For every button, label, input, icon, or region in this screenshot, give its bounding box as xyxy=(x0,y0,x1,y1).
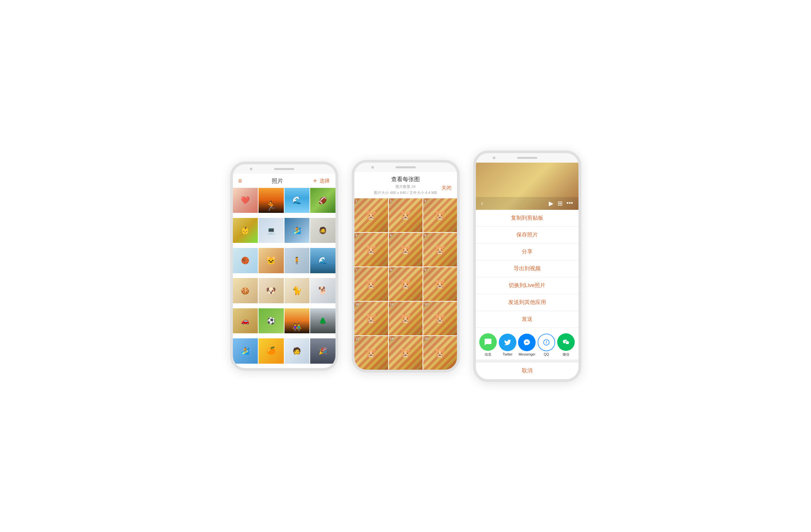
camera-dot-3 xyxy=(493,157,495,159)
camera-dot xyxy=(250,168,253,170)
photo-cell[interactable]: 🍊 xyxy=(259,338,284,364)
cancel-button[interactable]: 取消 xyxy=(476,363,579,379)
add-icon[interactable]: + xyxy=(313,177,317,185)
messenger-label: Messenger xyxy=(519,353,535,356)
image-cell[interactable]: 11 🐹 xyxy=(389,301,423,335)
menu-item-share[interactable]: 分享 xyxy=(476,244,579,261)
photo-cell[interactable]: 🐶 xyxy=(259,278,284,303)
phone-top-bar-2 xyxy=(354,162,457,172)
twitter-label: Twitter xyxy=(503,353,512,356)
viewer-meta-size: 图片大小 480 x 640 / 文件大小 4.4 MB xyxy=(374,190,437,195)
phone-share: ‹ ▶ ⊞ ••• 复制到剪贴板 保存照片 分享 导出到视频 切换到Live照片… xyxy=(473,151,581,382)
share-qq[interactable]: QQ xyxy=(538,334,555,356)
photo-cell[interactable]: 🏄 xyxy=(233,338,258,364)
photo-cell[interactable]: 💻 xyxy=(259,218,284,243)
photo-cell[interactable]: 🏃 xyxy=(259,188,284,213)
twitter-icon-circle xyxy=(499,334,516,351)
share-content: ‹ ▶ ⊞ ••• 复制到剪贴板 保存照片 分享 导出到视频 切换到Live照片… xyxy=(476,162,579,379)
share-nav: ‹ ▶ ⊞ ••• xyxy=(476,197,579,210)
photo-cell[interactable]: 🧍 xyxy=(285,248,310,273)
play-icon[interactable]: ▶ xyxy=(549,200,553,207)
share-messages[interactable]: 信息 xyxy=(479,333,497,357)
image-grid: 1 🐹 2 🐹 3 🐹 4 🐹 5 🐹 xyxy=(354,198,457,370)
photo-cell[interactable]: 🧑 xyxy=(285,338,310,364)
photo-cell[interactable]: 🏀 xyxy=(233,248,258,273)
phone-gallery: ≡ 照片 + 选择 ❤️ 🏃 🌊 xyxy=(230,161,338,371)
image-cell[interactable]: 5 🐹 xyxy=(389,233,423,266)
menu-item-copy[interactable]: 复制到剪贴板 xyxy=(476,210,579,227)
share-menu-container: 复制到剪贴板 保存照片 分享 导出到视频 切换到Live照片 发送到其他应用 发… xyxy=(476,210,579,379)
photo-cell[interactable]: 🧔 xyxy=(310,218,335,243)
menu-item-export-video[interactable]: 导出到视频 xyxy=(476,261,579,277)
image-cell[interactable]: 9 🐹 xyxy=(423,267,457,301)
image-cell[interactable]: 3 🐹 xyxy=(423,198,457,232)
layers-icon[interactable]: ⊞ xyxy=(557,200,563,207)
image-cell[interactable]: 1 🐹 xyxy=(354,198,388,232)
gallery-title: 照片 xyxy=(272,177,283,185)
image-cell[interactable]: 7 🐹 xyxy=(354,267,388,301)
photo-cell[interactable]: 🐱 xyxy=(259,248,284,273)
viewer-meta-count: 图片数量 24 xyxy=(396,184,415,189)
photo-cell[interactable]: 🏈 xyxy=(310,188,335,213)
qq-label: QQ xyxy=(544,353,549,356)
messages-icon-circle xyxy=(479,333,497,351)
gallery-content: ≡ 照片 + 选择 ❤️ 🏃 🌊 xyxy=(233,174,335,368)
more-icon[interactable]: ••• xyxy=(567,200,573,207)
photo-cell[interactable]: 🎉 xyxy=(310,338,335,364)
photo-cell[interactable]: 🐕 xyxy=(310,278,335,303)
share-icons-row: 信息 Twitter Messenger xyxy=(476,328,579,360)
image-cell[interactable]: 2 🐹 xyxy=(389,198,423,232)
back-icon[interactable]: ‹ xyxy=(481,200,483,207)
menu-icon[interactable]: ≡ xyxy=(238,177,242,185)
photo-cell[interactable]: ⚽ xyxy=(259,308,284,334)
image-cell[interactable]: 10 🐹 xyxy=(354,301,388,335)
phone-top-bar-3 xyxy=(476,153,579,162)
messages-label: 信息 xyxy=(485,352,491,357)
share-header-image: ‹ ▶ ⊞ ••• xyxy=(476,162,579,210)
qq-icon-circle xyxy=(538,334,555,351)
close-button[interactable]: 关闭 xyxy=(441,185,452,191)
image-cell[interactable]: 8 🐹 xyxy=(389,267,423,301)
camera-dot-2 xyxy=(371,166,374,169)
share-messenger[interactable]: Messenger xyxy=(518,334,536,356)
photo-grid: ❤️ 🏃 🌊 🏈 👶 xyxy=(233,188,335,368)
gallery-header: ≡ 照片 + 选择 xyxy=(233,174,335,188)
photo-cell[interactable]: 👫 xyxy=(285,308,310,334)
viewer-header: 查看每张图 关闭 图片数量 24 图片大小 480 x 640 / 文件大小 4… xyxy=(354,172,457,198)
speaker-3 xyxy=(517,157,537,159)
image-cell[interactable]: 12 🐹 xyxy=(423,301,457,335)
photo-cell[interactable]: 👶 xyxy=(233,218,258,243)
photo-cell[interactable]: 🌊 xyxy=(285,188,310,213)
viewer-title: 查看每张图 xyxy=(391,175,420,183)
wechat-label: 微信 xyxy=(563,352,569,357)
image-cell[interactable]: 6 🐹 xyxy=(423,233,457,266)
image-cell[interactable]: 4 🐹 xyxy=(354,233,388,266)
menu-item-send-other[interactable]: 发送到其他应用 xyxy=(476,294,579,311)
messenger-icon-circle xyxy=(518,334,536,351)
photo-cell[interactable]: 🐈 xyxy=(285,278,310,303)
photo-cell[interactable]: 🌊 xyxy=(310,248,335,273)
speaker xyxy=(274,168,294,170)
photo-cell[interactable]: 🏄 xyxy=(285,218,310,243)
image-cell[interactable]: 15 🐹 xyxy=(423,336,457,370)
phone-top-bar xyxy=(233,164,335,174)
photo-cell[interactable]: ❤️ xyxy=(233,188,258,213)
photo-cell[interactable]: 🌲 xyxy=(310,308,335,334)
select-button[interactable]: 选择 xyxy=(320,178,330,184)
menu-item-save[interactable]: 保存照片 xyxy=(476,227,579,244)
wechat-icon-circle xyxy=(557,333,575,351)
menu-item-send[interactable]: 发送 xyxy=(476,311,579,328)
image-cell[interactable]: 13 🐹 xyxy=(354,336,388,370)
share-twitter[interactable]: Twitter xyxy=(499,334,516,356)
photo-cell[interactable]: 🚗 xyxy=(233,308,258,334)
speaker-2 xyxy=(396,166,416,168)
share-wechat[interactable]: 微信 xyxy=(557,333,575,357)
photo-cell[interactable]: 🍪 xyxy=(233,278,258,303)
image-cell[interactable]: 14 🐹 xyxy=(389,336,423,370)
viewer-content: 查看每张图 关闭 图片数量 24 图片大小 480 x 640 / 文件大小 4… xyxy=(354,172,457,370)
phone-viewer: 查看每张图 关闭 图片数量 24 图片大小 480 x 640 / 文件大小 4… xyxy=(352,160,460,372)
share-menu-list: 复制到剪贴板 保存照片 分享 导出到视频 切换到Live照片 发送到其他应用 发… xyxy=(476,210,579,360)
header-actions: + 选择 xyxy=(313,177,330,185)
menu-item-switch-live[interactable]: 切换到Live照片 xyxy=(476,277,579,294)
